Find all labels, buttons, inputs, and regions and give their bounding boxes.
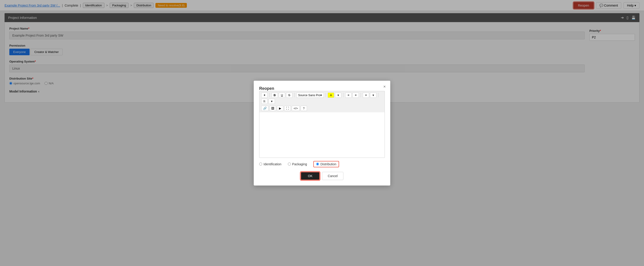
table-btn[interactable]: ⎘: [261, 99, 268, 104]
font-arrow-icon: ▾: [320, 93, 322, 97]
underline-toolbar-btn[interactable]: U: [279, 92, 285, 98]
bold-toolbar-btn[interactable]: B: [272, 92, 278, 98]
font-name: Source Sans Pro: [298, 93, 320, 97]
toolbar-sep2: [294, 93, 294, 97]
highlight-btn[interactable]: A: [328, 92, 334, 98]
strikethrough-toolbar-btn[interactable]: S: [286, 92, 292, 98]
toolbar-sep5: [361, 93, 361, 97]
list-ol-btn[interactable]: ≡: [352, 92, 359, 98]
toolbar-sep6: [378, 93, 378, 97]
align-btn[interactable]: ≡: [363, 92, 369, 98]
list-ul-btn[interactable]: ≡: [345, 92, 352, 98]
underline-icon: U: [281, 93, 283, 97]
modal-overlay: Reopen × ✦ B U S Source Sans Pro ▾ A ▾ ≡…: [0, 0, 644, 105]
align-arrow-btn[interactable]: ▾: [370, 92, 376, 98]
strike-icon: S: [288, 93, 290, 97]
editor-toolbar: ✦ B U S Source Sans Pro ▾ A ▾ ≡ ≡ ≡ ▾ ⎘ …: [259, 91, 385, 105]
magic-toolbar-btn[interactable]: ✦: [261, 92, 268, 98]
font-select-btn[interactable]: Source Sans Pro ▾: [296, 92, 324, 98]
bold-icon: B: [274, 93, 276, 97]
toolbar-sep1: [270, 93, 270, 97]
reopen-modal: Reopen × ✦ B U S Source Sans Pro ▾ A ▾ ≡…: [254, 81, 390, 105]
modal-title: Reopen: [259, 86, 274, 91]
modal-close-button[interactable]: ×: [383, 84, 386, 89]
table-arrow-btn[interactable]: ▾: [268, 99, 275, 104]
toolbar-sep4: [343, 93, 344, 97]
highlight-arrow-btn[interactable]: ▾: [335, 92, 341, 98]
